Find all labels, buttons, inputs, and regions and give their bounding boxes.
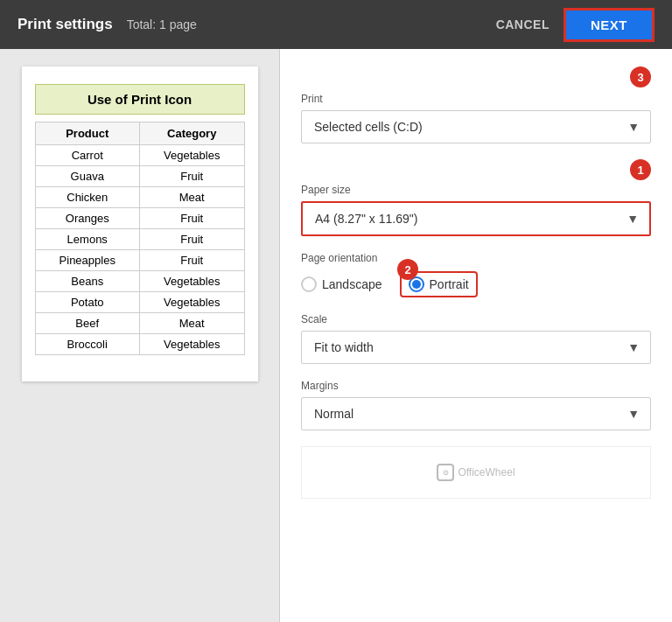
preview-page: Use of Print Icon Product Category Carro… bbox=[22, 66, 258, 381]
paper-size-label: Paper size bbox=[301, 184, 651, 196]
table-cell: Pineapples bbox=[35, 250, 139, 271]
table-title: Use of Print Icon bbox=[35, 84, 245, 115]
margins-select-wrapper[interactable]: Normal ▼ bbox=[301, 397, 651, 430]
landscape-radio[interactable] bbox=[301, 276, 317, 292]
next-button[interactable]: NEXT bbox=[564, 8, 654, 42]
cancel-button[interactable]: CANCEL bbox=[496, 17, 550, 31]
data-table: Product Category CarrotVegetablesGuavaFr… bbox=[35, 122, 245, 355]
watermark-text: OfficeWheel bbox=[458, 466, 514, 479]
table-cell: Vegetables bbox=[139, 271, 244, 292]
table-row: CarrotVegetables bbox=[35, 145, 244, 166]
paper-size-select[interactable]: A4 (8.27" x 11.69") bbox=[303, 203, 649, 234]
scale-select-wrapper[interactable]: Fit to width ▼ bbox=[301, 331, 651, 364]
table-cell: Beans bbox=[35, 271, 139, 292]
watermark-logo: ⊙ OfficeWheel bbox=[437, 464, 514, 481]
table-row: BeansVegetables bbox=[35, 271, 244, 292]
table-row: GuavaFruit bbox=[35, 166, 244, 187]
badge-1: 1 bbox=[630, 159, 651, 180]
office-wheel-logo: ⊙ bbox=[437, 464, 454, 481]
settings-panel: 3 Print Selected cells (C:D) ▼ 1 Paper s… bbox=[280, 49, 672, 622]
table-row: OrangesFruit bbox=[35, 208, 244, 229]
table-cell: Vegetables bbox=[139, 145, 244, 166]
table-cell: Lemons bbox=[35, 229, 139, 250]
print-select-wrapper[interactable]: Selected cells (C:D) ▼ bbox=[301, 110, 651, 143]
badge-3: 3 bbox=[630, 66, 651, 87]
table-cell: Oranges bbox=[35, 208, 139, 229]
table-header-row: Product Category bbox=[35, 122, 244, 145]
orientation-label: Page orientation bbox=[301, 252, 651, 264]
landscape-label: Landscape bbox=[322, 277, 382, 291]
table-cell: Carrot bbox=[35, 145, 139, 166]
table-row: ChickenMeat bbox=[35, 187, 244, 208]
watermark-area: ⊙ OfficeWheel bbox=[301, 446, 651, 499]
table-cell: Fruit bbox=[139, 229, 244, 250]
portrait-label: Portrait bbox=[430, 277, 469, 291]
table-row: PineapplesFruit bbox=[35, 250, 244, 271]
print-select[interactable]: Selected cells (C:D) bbox=[302, 111, 650, 143]
paper-size-select-wrapper[interactable]: A4 (8.27" x 11.69") ▼ bbox=[301, 201, 651, 236]
table-cell: Vegetables bbox=[139, 334, 244, 355]
total-pages: Total: 1 page bbox=[127, 17, 197, 31]
col-product: Product bbox=[35, 122, 139, 145]
table-row: BroccoliVegetables bbox=[35, 334, 244, 355]
header-left: Print settings Total: 1 page bbox=[18, 16, 197, 33]
table-cell: Potato bbox=[35, 292, 139, 313]
header-right: CANCEL NEXT bbox=[496, 8, 654, 42]
badge-2: 2 bbox=[397, 259, 418, 280]
table-cell: Meat bbox=[139, 187, 244, 208]
table-cell: Guava bbox=[35, 166, 139, 187]
header: Print settings Total: 1 page CANCEL NEXT bbox=[0, 0, 672, 49]
table-cell: Vegetables bbox=[139, 292, 244, 313]
main-layout: Use of Print Icon Product Category Carro… bbox=[0, 49, 672, 622]
table-cell: Broccoli bbox=[35, 334, 139, 355]
print-label: Print bbox=[301, 93, 651, 105]
table-cell: Meat bbox=[139, 313, 244, 334]
landscape-option[interactable]: Landscape bbox=[301, 276, 382, 292]
margins-select[interactable]: Normal bbox=[302, 398, 650, 430]
margins-label: Margins bbox=[301, 380, 651, 392]
table-cell: Beef bbox=[35, 313, 139, 334]
portrait-radio-inner bbox=[412, 280, 421, 289]
table-cell: Fruit bbox=[139, 250, 244, 271]
table-row: BeefMeat bbox=[35, 313, 244, 334]
col-category: Category bbox=[139, 122, 244, 145]
orientation-row: 2 Landscape Portrait bbox=[301, 271, 651, 297]
scale-label: Scale bbox=[301, 313, 651, 325]
page-title: Print settings bbox=[18, 16, 113, 33]
badge-3-row: 3 bbox=[301, 66, 651, 87]
scale-select[interactable]: Fit to width bbox=[302, 332, 650, 363]
table-cell: Chicken bbox=[35, 187, 139, 208]
portrait-option[interactable]: Portrait bbox=[409, 276, 469, 292]
table-cell: Fruit bbox=[139, 166, 244, 187]
table-cell: Fruit bbox=[139, 208, 244, 229]
table-row: LemonsFruit bbox=[35, 229, 244, 250]
table-row: PotatoVegetables bbox=[35, 292, 244, 313]
preview-panel: Use of Print Icon Product Category Carro… bbox=[0, 49, 280, 622]
